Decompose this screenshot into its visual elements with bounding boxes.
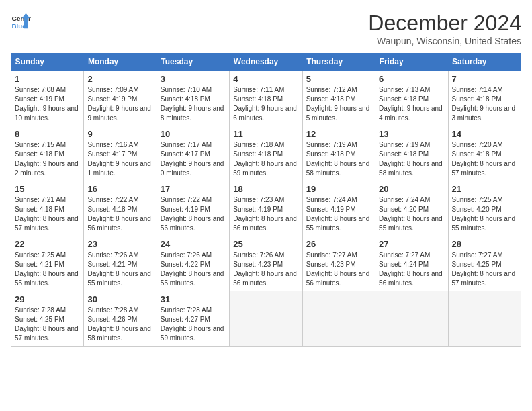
cell-info: Sunrise: 7:24 AMSunset: 4:20 PMDaylight:… xyxy=(379,195,444,233)
cell-info: Sunrise: 7:26 AMSunset: 4:21 PMDaylight:… xyxy=(87,250,152,288)
calendar-cell: 27Sunrise: 7:27 AMSunset: 4:24 PMDayligh… xyxy=(375,236,448,291)
calendar-cell: 17Sunrise: 7:22 AMSunset: 4:19 PMDayligh… xyxy=(157,181,229,236)
calendar-cell: 11Sunrise: 7:18 AMSunset: 4:18 PMDayligh… xyxy=(230,126,302,181)
cell-info: Sunrise: 7:26 AMSunset: 4:22 PMDaylight:… xyxy=(161,250,226,288)
header-sunday: Sunday xyxy=(11,53,84,71)
day-number: 10 xyxy=(161,129,226,139)
cell-info: Sunrise: 7:28 AMSunset: 4:25 PMDaylight:… xyxy=(15,306,80,343)
calendar-header-row: SundayMondayTuesdayWednesdayThursdayFrid… xyxy=(11,53,521,71)
cell-info: Sunrise: 7:22 AMSunset: 4:19 PMDaylight:… xyxy=(161,195,226,233)
calendar-cell: 5Sunrise: 7:12 AMSunset: 4:18 PMDaylight… xyxy=(302,71,375,126)
cell-info: Sunrise: 7:27 AMSunset: 4:24 PMDaylight:… xyxy=(379,250,444,288)
calendar-cell: 1Sunrise: 7:08 AMSunset: 4:19 PMDaylight… xyxy=(11,71,84,126)
day-number: 11 xyxy=(233,129,298,139)
calendar-cell: 6Sunrise: 7:13 AMSunset: 4:18 PMDaylight… xyxy=(375,71,448,126)
calendar-cell: 18Sunrise: 7:23 AMSunset: 4:19 PMDayligh… xyxy=(230,181,302,236)
cell-info: Sunrise: 7:21 AMSunset: 4:18 PMDaylight:… xyxy=(15,195,80,233)
day-number: 30 xyxy=(87,294,152,304)
calendar-cell: 20Sunrise: 7:24 AMSunset: 4:20 PMDayligh… xyxy=(375,181,448,236)
cell-info: Sunrise: 7:13 AMSunset: 4:18 PMDaylight:… xyxy=(379,85,444,123)
cell-info: Sunrise: 7:10 AMSunset: 4:18 PMDaylight:… xyxy=(161,85,226,123)
cell-info: Sunrise: 7:25 AMSunset: 4:20 PMDaylight:… xyxy=(452,195,517,233)
calendar-cell: 30Sunrise: 7:28 AMSunset: 4:26 PMDayligh… xyxy=(84,291,157,347)
day-number: 8 xyxy=(15,129,80,139)
calendar-cell xyxy=(302,291,375,347)
day-number: 1 xyxy=(15,74,80,84)
calendar-cell: 3Sunrise: 7:10 AMSunset: 4:18 PMDaylight… xyxy=(157,71,229,126)
header-wednesday: Wednesday xyxy=(230,53,302,71)
day-number: 13 xyxy=(379,129,444,139)
calendar-cell: 4Sunrise: 7:11 AMSunset: 4:18 PMDaylight… xyxy=(230,71,302,126)
calendar-cell: 25Sunrise: 7:26 AMSunset: 4:23 PMDayligh… xyxy=(230,236,302,291)
day-number: 14 xyxy=(452,129,517,139)
cell-info: Sunrise: 7:08 AMSunset: 4:19 PMDaylight:… xyxy=(15,85,80,123)
week-row-2: 8Sunrise: 7:15 AMSunset: 4:18 PMDaylight… xyxy=(11,126,521,181)
day-number: 22 xyxy=(15,239,80,249)
day-number: 25 xyxy=(233,239,298,249)
day-number: 2 xyxy=(87,74,152,84)
day-number: 27 xyxy=(379,239,444,249)
day-number: 24 xyxy=(161,239,226,249)
calendar-cell: 10Sunrise: 7:17 AMSunset: 4:17 PMDayligh… xyxy=(157,126,229,181)
day-number: 21 xyxy=(452,184,517,194)
cell-info: Sunrise: 7:22 AMSunset: 4:18 PMDaylight:… xyxy=(87,195,152,233)
calendar-cell xyxy=(375,291,448,347)
day-number: 20 xyxy=(379,184,444,194)
calendar-cell: 31Sunrise: 7:28 AMSunset: 4:27 PMDayligh… xyxy=(157,291,229,347)
calendar-cell: 21Sunrise: 7:25 AMSunset: 4:20 PMDayligh… xyxy=(448,181,521,236)
page-header: General Blue December 2024 Waupun, Wisco… xyxy=(11,11,521,46)
header-thursday: Thursday xyxy=(302,53,375,71)
calendar-cell: 14Sunrise: 7:20 AMSunset: 4:18 PMDayligh… xyxy=(448,126,521,181)
calendar-cell: 22Sunrise: 7:25 AMSunset: 4:21 PMDayligh… xyxy=(11,236,84,291)
cell-info: Sunrise: 7:23 AMSunset: 4:19 PMDaylight:… xyxy=(233,195,298,233)
week-row-4: 22Sunrise: 7:25 AMSunset: 4:21 PMDayligh… xyxy=(11,236,521,291)
header-friday: Friday xyxy=(375,53,448,71)
logo: General Blue xyxy=(11,11,31,31)
day-number: 7 xyxy=(452,74,517,84)
calendar-cell: 12Sunrise: 7:19 AMSunset: 4:18 PMDayligh… xyxy=(302,126,375,181)
cell-info: Sunrise: 7:27 AMSunset: 4:23 PMDaylight:… xyxy=(306,250,371,288)
calendar-cell: 26Sunrise: 7:27 AMSunset: 4:23 PMDayligh… xyxy=(302,236,375,291)
month-title: December 2024 xyxy=(368,11,521,36)
calendar-cell: 9Sunrise: 7:16 AMSunset: 4:17 PMDaylight… xyxy=(84,126,157,181)
cell-info: Sunrise: 7:19 AMSunset: 4:18 PMDaylight:… xyxy=(306,140,371,178)
calendar-cell: 7Sunrise: 7:14 AMSunset: 4:18 PMDaylight… xyxy=(448,71,521,126)
week-row-1: 1Sunrise: 7:08 AMSunset: 4:19 PMDaylight… xyxy=(11,71,521,126)
calendar-table: SundayMondayTuesdayWednesdayThursdayFrid… xyxy=(11,53,521,347)
week-row-5: 29Sunrise: 7:28 AMSunset: 4:25 PMDayligh… xyxy=(11,291,521,347)
calendar-cell: 15Sunrise: 7:21 AMSunset: 4:18 PMDayligh… xyxy=(11,181,84,236)
title-block: December 2024 Waupun, Wisconsin, United … xyxy=(368,11,521,46)
day-number: 6 xyxy=(379,74,444,84)
cell-info: Sunrise: 7:17 AMSunset: 4:17 PMDaylight:… xyxy=(161,140,226,178)
day-number: 23 xyxy=(87,239,152,249)
cell-info: Sunrise: 7:26 AMSunset: 4:23 PMDaylight:… xyxy=(233,250,298,288)
day-number: 16 xyxy=(87,184,152,194)
day-number: 4 xyxy=(233,74,298,84)
calendar-cell: 24Sunrise: 7:26 AMSunset: 4:22 PMDayligh… xyxy=(157,236,229,291)
calendar-cell: 13Sunrise: 7:19 AMSunset: 4:18 PMDayligh… xyxy=(375,126,448,181)
day-number: 26 xyxy=(306,239,371,249)
cell-info: Sunrise: 7:20 AMSunset: 4:18 PMDaylight:… xyxy=(452,140,517,178)
cell-info: Sunrise: 7:24 AMSunset: 4:19 PMDaylight:… xyxy=(306,195,371,233)
day-number: 28 xyxy=(452,239,517,249)
cell-info: Sunrise: 7:14 AMSunset: 4:18 PMDaylight:… xyxy=(452,85,517,123)
header-saturday: Saturday xyxy=(448,53,521,71)
day-number: 29 xyxy=(15,294,80,304)
calendar-cell xyxy=(448,291,521,347)
day-number: 19 xyxy=(306,184,371,194)
header-monday: Monday xyxy=(84,53,157,71)
day-number: 18 xyxy=(233,184,298,194)
day-number: 3 xyxy=(161,74,226,84)
week-row-3: 15Sunrise: 7:21 AMSunset: 4:18 PMDayligh… xyxy=(11,181,521,236)
cell-info: Sunrise: 7:27 AMSunset: 4:25 PMDaylight:… xyxy=(452,250,517,288)
cell-info: Sunrise: 7:19 AMSunset: 4:18 PMDaylight:… xyxy=(379,140,444,178)
header-tuesday: Tuesday xyxy=(157,53,229,71)
svg-text:General: General xyxy=(12,15,32,22)
cell-info: Sunrise: 7:25 AMSunset: 4:21 PMDaylight:… xyxy=(15,250,80,288)
calendar-cell: 16Sunrise: 7:22 AMSunset: 4:18 PMDayligh… xyxy=(84,181,157,236)
cell-info: Sunrise: 7:11 AMSunset: 4:18 PMDaylight:… xyxy=(233,85,298,123)
cell-info: Sunrise: 7:12 AMSunset: 4:18 PMDaylight:… xyxy=(306,85,371,123)
calendar-cell: 28Sunrise: 7:27 AMSunset: 4:25 PMDayligh… xyxy=(448,236,521,291)
day-number: 5 xyxy=(306,74,371,84)
day-number: 17 xyxy=(161,184,226,194)
